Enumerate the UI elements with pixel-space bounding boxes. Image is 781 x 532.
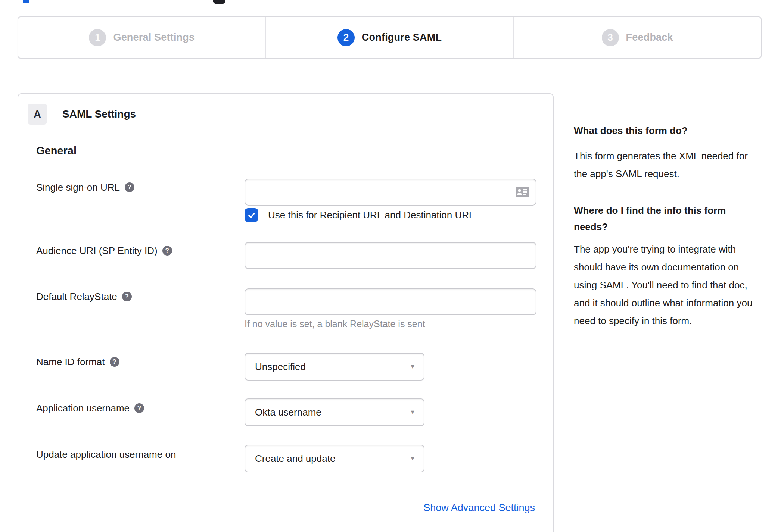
help-question-2: Where do I find the info this form needs… bbox=[574, 202, 760, 235]
step-number-badge: 3 bbox=[602, 29, 619, 46]
application-username-select[interactable]: Okta username ▼ bbox=[245, 398, 424, 426]
update-app-username-label-text: Update application username on bbox=[36, 448, 176, 460]
panel-header: A SAML Settings bbox=[28, 104, 136, 125]
cut-off-app-icon-fragment bbox=[213, 0, 225, 4]
audience-uri-label-text: Audience URI (SP Entity ID) bbox=[36, 245, 158, 257]
step-label: Feedback bbox=[626, 32, 673, 43]
help-icon[interactable]: ? bbox=[162, 246, 172, 256]
chevron-down-icon: ▼ bbox=[410, 364, 416, 370]
default-relaystate-label: Default RelayState ? bbox=[36, 291, 132, 303]
checkmark-icon bbox=[247, 211, 256, 220]
help-icon[interactable]: ? bbox=[134, 403, 144, 413]
section-a-badge: A bbox=[28, 104, 47, 125]
saml-settings-panel: A SAML Settings General Single sign-on U… bbox=[18, 93, 554, 532]
update-app-username-select[interactable]: Create and update ▼ bbox=[245, 445, 424, 472]
sso-url-input[interactable] bbox=[245, 179, 536, 206]
step-general-settings[interactable]: 1 General Settings bbox=[18, 17, 265, 58]
contact-card-icon[interactable] bbox=[516, 187, 529, 197]
step-number-badge: 2 bbox=[337, 29, 355, 46]
relaystate-hint: If no value is set, a blank RelayState i… bbox=[245, 319, 425, 329]
default-relaystate-label-text: Default RelayState bbox=[36, 291, 117, 303]
help-sidebar: What does this form do? This form genera… bbox=[574, 123, 760, 330]
name-id-format-label: Name ID format ? bbox=[36, 356, 119, 368]
chevron-down-icon: ▼ bbox=[410, 409, 416, 415]
default-relaystate-input[interactable] bbox=[245, 288, 536, 315]
update-app-username-label: Update application username on bbox=[36, 448, 176, 460]
recipient-url-checkbox[interactable] bbox=[245, 208, 258, 222]
help-answer-2: The app you're trying to integrate with … bbox=[574, 240, 760, 330]
panel-title: SAML Settings bbox=[62, 108, 136, 120]
name-id-format-label-text: Name ID format bbox=[36, 356, 105, 368]
audience-uri-label: Audience URI (SP Entity ID) ? bbox=[36, 245, 172, 257]
recipient-url-checkbox-label: Use this for Recipient URL and Destinati… bbox=[268, 209, 474, 221]
update-app-username-value: Create and update bbox=[255, 453, 335, 464]
help-icon[interactable]: ? bbox=[110, 357, 119, 367]
sso-url-label: Single sign-on URL ? bbox=[36, 181, 134, 193]
application-username-label-text: Application username bbox=[36, 402, 130, 414]
sso-url-label-text: Single sign-on URL bbox=[36, 181, 120, 193]
name-id-format-value: Unspecified bbox=[255, 361, 306, 373]
help-answer-1: This form generates the XML needed for t… bbox=[574, 147, 760, 183]
show-advanced-settings-link[interactable]: Show Advanced Settings bbox=[423, 502, 535, 514]
audience-uri-input[interactable] bbox=[245, 242, 536, 269]
general-section-heading: General bbox=[36, 145, 77, 157]
application-username-value: Okta username bbox=[255, 407, 321, 418]
step-label: General Settings bbox=[113, 32, 195, 43]
recipient-url-checkbox-row: Use this for Recipient URL and Destinati… bbox=[245, 208, 474, 222]
cut-off-blue-logo-fragment bbox=[23, 0, 29, 3]
chevron-down-icon: ▼ bbox=[410, 456, 416, 461]
step-label: Configure SAML bbox=[362, 32, 442, 43]
wizard-stepper: 1 General Settings 2 Configure SAML 3 Fe… bbox=[18, 16, 762, 59]
step-feedback[interactable]: 3 Feedback bbox=[513, 17, 761, 58]
help-question-1: What does this form do? bbox=[574, 123, 760, 138]
application-username-label: Application username ? bbox=[36, 402, 144, 414]
help-icon[interactable]: ? bbox=[125, 182, 134, 192]
step-number-badge: 1 bbox=[89, 29, 106, 46]
name-id-format-select[interactable]: Unspecified ▼ bbox=[245, 353, 424, 381]
help-icon[interactable]: ? bbox=[122, 292, 132, 301]
step-configure-saml[interactable]: 2 Configure SAML bbox=[265, 17, 513, 58]
